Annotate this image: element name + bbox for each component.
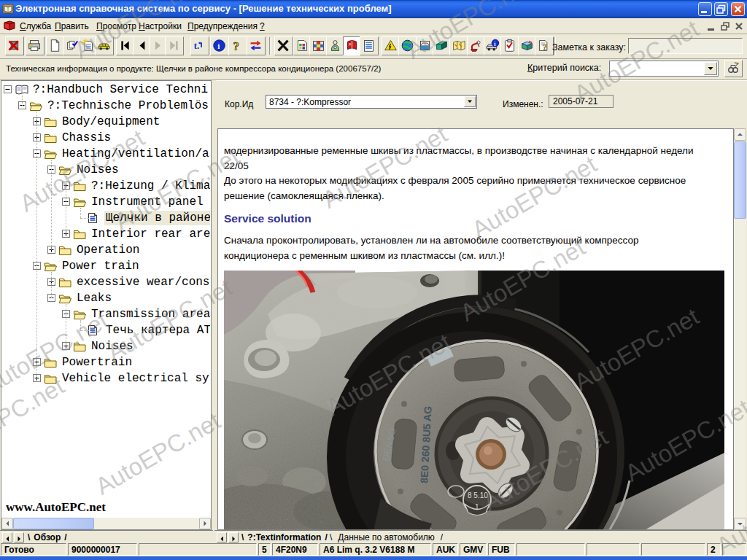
svg-text:8 5.10: 8 5.10 bbox=[468, 491, 488, 499]
svg-text:?: ? bbox=[233, 39, 239, 52]
svg-text:i: i bbox=[217, 42, 220, 50]
svg-text:?: ? bbox=[543, 42, 547, 52]
svg-text:1: 1 bbox=[475, 503, 479, 511]
svg-text:t.: t. bbox=[194, 40, 200, 51]
